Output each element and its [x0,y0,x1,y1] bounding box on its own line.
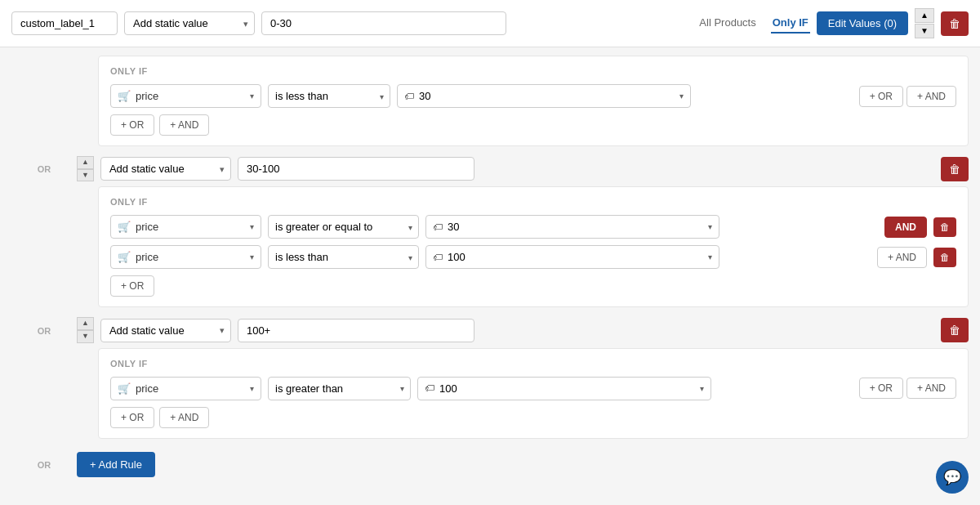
action-select-2[interactable]: Add static value [100,157,231,181]
operator-select-3-1[interactable]: is greater than is less than is greater … [268,377,411,400]
value-field-1-1[interactable]: 🏷 30 [397,84,691,108]
btn-row-1: + OR + AND [110,114,956,136]
up-btn-2[interactable]: ▲ [77,156,94,169]
condition-row-2-1: 🛒 price is greater or equal to is less t… [110,215,956,239]
value-input-2[interactable] [238,157,474,181]
operator-wrapper-2-2: is less than is greater than is greater … [268,245,419,269]
action-select-2-wrapper: Add static value [100,157,231,181]
tab-all-products[interactable]: All Products [697,13,757,34]
or-divider-2: OR ▲ ▼ Add static value 🗑 [0,150,980,185]
up-down-2: ▲ ▼ [77,156,94,181]
top-value-input[interactable] [261,11,506,35]
condition-row-1-1: 🛒 price is less than is greater than is … [110,84,956,108]
only-if-label-1: ONLY IF [110,66,956,76]
operator-select-2-1[interactable]: is greater or equal to is less than is g… [268,215,419,239]
down-btn-2[interactable]: ▼ [77,169,94,182]
delete-condition-2-1[interactable]: 🗑 [933,217,956,237]
and-btn-row-1[interactable]: + AND [159,114,209,136]
rule-2-only-if: ONLY IF 🛒 price is greater or equal to i… [98,186,969,307]
add-rule-button[interactable]: + Add Rule [77,452,155,477]
tab-only-if[interactable]: Only IF [771,13,810,34]
action-buttons-3-1: + OR + AND [859,378,956,399]
up-btn-3[interactable]: ▲ [77,317,94,330]
delete-rule-2[interactable]: 🗑 [941,157,969,181]
value-field-2-1[interactable]: 🏷 30 [425,215,719,239]
cart-icon-2-1: 🛒 [118,221,131,233]
action-select-wrapper: Add static value [124,11,255,35]
or-btn-row-1[interactable]: + OR [110,114,154,136]
tag-icon-3-1: 🏷 [425,382,434,394]
only-if-label-3: ONLY IF [110,359,956,369]
field-select-1-1[interactable]: 🛒 price [110,84,261,108]
action-buttons-1-1: + OR + AND [859,86,956,107]
operator-wrapper-2-1: is greater or equal to is less than is g… [268,215,419,239]
edit-values-button[interactable]: Edit Values (0) [817,11,908,35]
field-select-2-1[interactable]: 🛒 price [110,215,261,239]
tag-icon-1-1: 🏷 [404,91,414,102]
tag-icon-2-2: 🏷 [433,252,443,263]
field-select-3-1[interactable]: 🛒 price [110,377,261,400]
chat-bubble[interactable]: 💬 [936,461,969,494]
down-btn-3[interactable]: ▼ [77,330,94,343]
or-button-1-1[interactable]: + OR [859,86,903,107]
tag-icon-2-1: 🏷 [433,221,443,233]
or-btn-row-3[interactable]: + OR [110,407,154,428]
delete-top-button[interactable]: 🗑 [941,11,969,36]
condition-row-2-2: 🛒 price is less than is greater than is … [110,245,956,269]
chat-icon: 💬 [943,468,961,486]
rule-3-only-if: ONLY IF 🛒 price is greater than is less … [98,348,969,439]
field-select-2-2[interactable]: 🛒 price [110,245,261,269]
btn-row-3: + OR + AND [110,407,956,428]
label-input[interactable] [11,11,118,35]
cart-icon-3-1: 🛒 [118,382,131,395]
move-up-button[interactable]: ▲ [915,8,934,23]
delete-rule-3[interactable]: 🗑 [941,318,969,342]
action-buttons-2-1: AND [884,217,927,238]
rule-1-only-if: ONLY IF 🛒 price is less than is greater … [98,56,969,146]
value-select-3-1[interactable]: 100 [439,382,704,395]
field-label-2-1: price [136,221,158,233]
value-select-1-1[interactable]: 30 [419,90,684,102]
operator-select-2-2[interactable]: is less than is greater than is greater … [268,245,419,269]
value-input-3[interactable] [238,319,474,342]
and-button-1-1[interactable]: + AND [906,86,956,107]
add-rule-row: OR + Add Rule [0,442,980,480]
cart-icon-1-1: 🛒 [118,90,131,102]
tab-group: All Products Only IF [697,13,809,34]
action-buttons-2-2: + AND [877,247,927,268]
action-select[interactable]: Add static value [124,11,255,35]
action-select-3-wrapper: Add static value [100,319,231,342]
cart-icon-2-2: 🛒 [118,251,131,263]
value-field-2-2[interactable]: 🏷 100 [425,245,719,269]
operator-select-1-1[interactable]: is less than is greater than is greater … [268,84,390,108]
field-label-1-1: price [136,90,158,102]
move-down-button[interactable]: ▼ [915,24,934,38]
btn-row-2: + OR [110,275,956,297]
delete-condition-2-2[interactable]: 🗑 [933,248,956,267]
or-label-2: OR [38,164,51,174]
only-if-label-2: ONLY IF [110,197,956,207]
condition-row-3-1: 🛒 price is greater than is less than is … [110,377,956,400]
or-label-3: OR [38,326,51,336]
field-label-2-2: price [136,251,158,263]
operator-wrapper-1-1: is less than is greater than is greater … [268,84,390,108]
and-btn-row-3[interactable]: + AND [159,407,209,428]
arrow-btn-group: ▲ ▼ [915,8,934,38]
value-select-2-2[interactable]: 100 [448,251,712,263]
or-button-3-1[interactable]: + OR [859,378,903,399]
or-divider-3: OR ▲ ▼ Add static value 🗑 [0,311,980,346]
value-field-3-1[interactable]: 🏷 100 [417,377,711,400]
and-button-3-1[interactable]: + AND [906,378,956,399]
and-filled-button-2-1[interactable]: AND [884,217,927,238]
or-btn-row-2[interactable]: + OR [110,275,154,297]
field-label-3-1: price [136,382,158,395]
operator-wrapper-3-1: is greater than is less than is greater … [268,377,411,400]
or-label-bottom: OR [38,460,51,470]
action-select-3[interactable]: Add static value [100,319,231,342]
value-select-2-1[interactable]: 30 [448,221,712,233]
up-down-3: ▲ ▼ [77,317,94,342]
and-button-2-2[interactable]: + AND [877,247,927,268]
